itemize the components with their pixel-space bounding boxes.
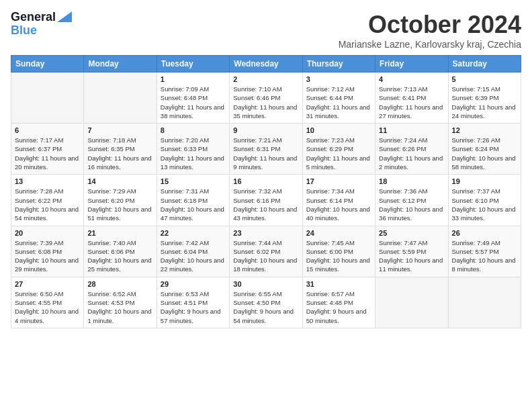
day-info: Sunrise: 7:39 AM Sunset: 6:08 PM Dayligh…	[15, 238, 80, 274]
day-info: Sunrise: 7:42 AM Sunset: 6:04 PM Dayligh…	[161, 238, 226, 274]
calendar-body: 1Sunrise: 7:09 AM Sunset: 6:48 PM Daylig…	[11, 73, 521, 328]
day-number: 18	[379, 177, 444, 185]
day-info: Sunrise: 6:50 AM Sunset: 4:55 PM Dayligh…	[15, 289, 80, 325]
calendar-cell: 27Sunrise: 6:50 AM Sunset: 4:55 PM Dayli…	[11, 277, 84, 328]
day-number: 29	[161, 280, 226, 288]
svg-marker-0	[57, 11, 72, 22]
day-info: Sunrise: 7:28 AM Sunset: 6:22 PM Dayligh…	[15, 187, 80, 222]
day-number: 8	[161, 126, 226, 134]
day-info: Sunrise: 7:18 AM Sunset: 6:35 PM Dayligh…	[87, 136, 152, 171]
calendar-cell: 31Sunrise: 6:57 AM Sunset: 4:48 PM Dayli…	[302, 277, 375, 328]
day-number: 26	[452, 229, 517, 237]
day-number: 28	[87, 280, 152, 288]
calendar-cell: 16Sunrise: 7:32 AM Sunset: 6:16 PM Dayli…	[230, 175, 302, 226]
day-info: Sunrise: 6:52 AM Sunset: 4:53 PM Dayligh…	[87, 289, 152, 325]
day-number: 27	[15, 280, 80, 288]
day-number: 12	[452, 126, 517, 134]
title-section: October 2024 Marianske Lazne, Karlovarsk…	[339, 11, 521, 50]
day-number: 11	[379, 126, 444, 134]
day-info: Sunrise: 7:44 AM Sunset: 6:02 PM Dayligh…	[233, 238, 298, 274]
calendar-cell: 12Sunrise: 7:26 AM Sunset: 6:24 PM Dayli…	[448, 124, 521, 175]
day-number: 16	[233, 177, 298, 185]
day-number: 1	[161, 75, 226, 83]
calendar-cell: 3Sunrise: 7:12 AM Sunset: 6:44 PM Daylig…	[302, 73, 375, 124]
calendar-cell: 4Sunrise: 7:13 AM Sunset: 6:41 PM Daylig…	[375, 73, 448, 124]
day-info: Sunrise: 7:37 AM Sunset: 6:10 PM Dayligh…	[452, 187, 517, 222]
calendar-cell: 30Sunrise: 6:55 AM Sunset: 4:50 PM Dayli…	[230, 277, 302, 328]
day-number: 19	[452, 177, 517, 185]
calendar-cell: 22Sunrise: 7:42 AM Sunset: 6:04 PM Dayli…	[157, 226, 229, 277]
month-title: October 2024	[339, 11, 521, 39]
calendar-cell: 24Sunrise: 7:45 AM Sunset: 6:00 PM Dayli…	[302, 226, 375, 277]
calendar-header-row: SundayMondayTuesdayWednesdayThursdayFrid…	[11, 56, 521, 73]
calendar-cell: 11Sunrise: 7:24 AM Sunset: 6:26 PM Dayli…	[375, 124, 448, 175]
day-info: Sunrise: 7:24 AM Sunset: 6:26 PM Dayligh…	[379, 136, 444, 171]
calendar-cell: 14Sunrise: 7:29 AM Sunset: 6:20 PM Dayli…	[84, 175, 157, 226]
calendar-cell: 9Sunrise: 7:21 AM Sunset: 6:31 PM Daylig…	[230, 124, 302, 175]
day-info: Sunrise: 7:49 AM Sunset: 5:57 PM Dayligh…	[452, 238, 517, 274]
calendar-cell	[448, 277, 521, 328]
day-info: Sunrise: 6:55 AM Sunset: 4:50 PM Dayligh…	[233, 289, 298, 325]
day-info: Sunrise: 6:53 AM Sunset: 4:51 PM Dayligh…	[161, 289, 226, 325]
day-header-wednesday: Wednesday	[230, 56, 302, 73]
day-number: 21	[87, 229, 152, 237]
day-info: Sunrise: 7:26 AM Sunset: 6:24 PM Dayligh…	[452, 136, 517, 171]
day-number: 22	[161, 229, 226, 237]
day-number: 15	[161, 177, 226, 185]
page-header: General Blue October 2024 Marianske Lazn…	[11, 11, 521, 50]
calendar-cell: 6Sunrise: 7:17 AM Sunset: 6:37 PM Daylig…	[11, 124, 84, 175]
day-number: 23	[233, 229, 298, 237]
day-info: Sunrise: 7:09 AM Sunset: 6:48 PM Dayligh…	[161, 85, 226, 120]
calendar-cell: 15Sunrise: 7:31 AM Sunset: 6:18 PM Dayli…	[157, 175, 229, 226]
calendar-cell	[375, 277, 448, 328]
calendar-cell: 19Sunrise: 7:37 AM Sunset: 6:10 PM Dayli…	[448, 175, 521, 226]
day-info: Sunrise: 7:40 AM Sunset: 6:06 PM Dayligh…	[87, 238, 152, 274]
calendar-cell: 21Sunrise: 7:40 AM Sunset: 6:06 PM Dayli…	[84, 226, 157, 277]
day-number: 3	[306, 75, 371, 83]
day-header-thursday: Thursday	[302, 56, 375, 73]
day-info: Sunrise: 7:32 AM Sunset: 6:16 PM Dayligh…	[233, 187, 298, 222]
day-header-sunday: Sunday	[11, 56, 84, 73]
day-number: 13	[15, 177, 80, 185]
calendar-cell: 1Sunrise: 7:09 AM Sunset: 6:48 PM Daylig…	[157, 73, 229, 124]
day-number: 30	[233, 280, 298, 288]
day-number: 9	[233, 126, 298, 134]
day-number: 7	[87, 126, 152, 134]
day-info: Sunrise: 7:10 AM Sunset: 6:46 PM Dayligh…	[233, 85, 298, 120]
calendar-cell: 7Sunrise: 7:18 AM Sunset: 6:35 PM Daylig…	[84, 124, 157, 175]
day-number: 17	[306, 177, 371, 185]
calendar-cell	[11, 73, 84, 124]
day-number: 5	[452, 75, 517, 83]
day-info: Sunrise: 7:12 AM Sunset: 6:44 PM Dayligh…	[306, 85, 371, 120]
day-number: 6	[15, 126, 80, 134]
logo-text-blue: Blue	[11, 24, 37, 38]
calendar-cell: 18Sunrise: 7:36 AM Sunset: 6:12 PM Dayli…	[375, 175, 448, 226]
calendar-week-4: 20Sunrise: 7:39 AM Sunset: 6:08 PM Dayli…	[11, 226, 521, 277]
day-info: Sunrise: 7:15 AM Sunset: 6:39 PM Dayligh…	[452, 85, 517, 120]
calendar-table: SundayMondayTuesdayWednesdayThursdayFrid…	[11, 55, 521, 328]
day-info: Sunrise: 7:29 AM Sunset: 6:20 PM Dayligh…	[87, 187, 152, 222]
day-number: 14	[87, 177, 152, 185]
calendar-cell: 23Sunrise: 7:44 AM Sunset: 6:02 PM Dayli…	[230, 226, 302, 277]
day-number: 24	[306, 229, 371, 237]
day-info: Sunrise: 7:36 AM Sunset: 6:12 PM Dayligh…	[379, 187, 444, 222]
day-info: Sunrise: 7:20 AM Sunset: 6:33 PM Dayligh…	[161, 136, 226, 171]
day-info: Sunrise: 7:23 AM Sunset: 6:29 PM Dayligh…	[306, 136, 371, 171]
day-number: 25	[379, 229, 444, 237]
day-header-tuesday: Tuesday	[157, 56, 229, 73]
calendar-cell: 13Sunrise: 7:28 AM Sunset: 6:22 PM Dayli…	[11, 175, 84, 226]
calendar-cell: 25Sunrise: 7:47 AM Sunset: 5:59 PM Dayli…	[375, 226, 448, 277]
day-info: Sunrise: 7:47 AM Sunset: 5:59 PM Dayligh…	[379, 238, 444, 274]
day-header-saturday: Saturday	[448, 56, 521, 73]
calendar-cell: 5Sunrise: 7:15 AM Sunset: 6:39 PM Daylig…	[448, 73, 521, 124]
logo-text-general: General	[11, 11, 56, 24]
day-info: Sunrise: 6:57 AM Sunset: 4:48 PM Dayligh…	[306, 289, 371, 325]
day-info: Sunrise: 7:34 AM Sunset: 6:14 PM Dayligh…	[306, 187, 371, 222]
calendar-week-5: 27Sunrise: 6:50 AM Sunset: 4:55 PM Dayli…	[11, 277, 521, 328]
day-number: 20	[15, 229, 80, 237]
calendar-cell: 20Sunrise: 7:39 AM Sunset: 6:08 PM Dayli…	[11, 226, 84, 277]
calendar-cell: 10Sunrise: 7:23 AM Sunset: 6:29 PM Dayli…	[302, 124, 375, 175]
location: Marianske Lazne, Karlovarsky kraj, Czech…	[339, 39, 521, 50]
day-info: Sunrise: 7:31 AM Sunset: 6:18 PM Dayligh…	[161, 187, 226, 222]
calendar-cell: 8Sunrise: 7:20 AM Sunset: 6:33 PM Daylig…	[157, 124, 229, 175]
